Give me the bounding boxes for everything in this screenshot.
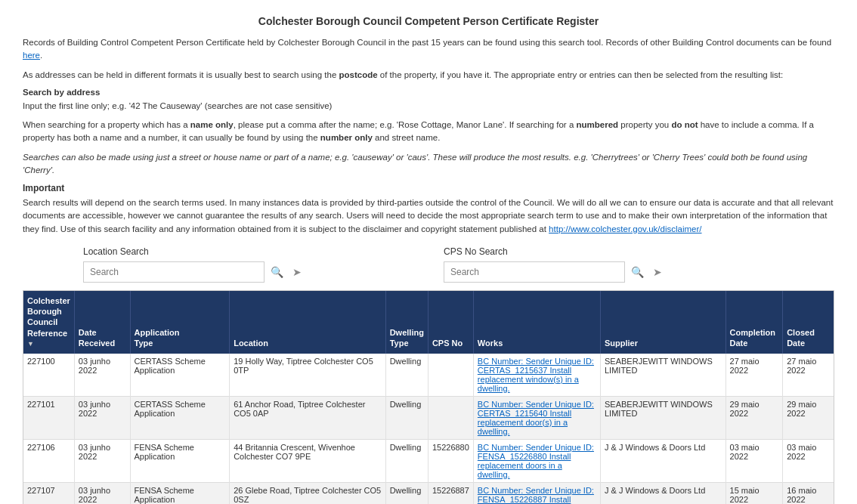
cell-closed: 27 maio 2022 [783,354,834,397]
table-wrapper: ColchesterBoroughCouncilReference ▼ Date… [23,290,834,504]
table-header-row: ColchesterBoroughCouncilReference ▼ Date… [23,291,834,354]
col-header-cps-no[interactable]: CPS No [428,291,473,354]
cell-cps-no: 15226887 [428,482,473,504]
cell-closed: 16 maio 2022 [783,482,834,504]
col-header-date[interactable]: DateReceived [74,291,130,354]
cell-date: 03 junho 2022 [74,482,130,504]
cell-cps-no [428,396,473,439]
table-row: 22710103 junho 2022CERTASS Scheme Applic… [23,396,834,439]
cell-date: 03 junho 2022 [74,396,130,439]
cell-supplier: J & J Windows & Doors Ltd [601,482,726,504]
cell-dwelling: Dwelling [385,439,428,482]
cell-completion: 15 maio 2022 [726,482,783,504]
cell-cps-no: 15226880 [428,439,473,482]
location-search-button[interactable]: 🔍 [268,264,286,280]
cell-ref: 227106 [23,439,74,482]
disclaimer-link[interactable]: http://www.colchester.gov.uk/disclaimer/ [549,224,701,233]
page-title: Colchester Borough Council Competent Per… [23,15,834,27]
table-body: 22710003 junho 2022CERTASS Scheme Applic… [23,354,834,504]
sort-arrow-reference: ▼ [27,340,70,349]
cell-completion: 27 maio 2022 [726,354,783,397]
search-area: Location Search 🔍 ➤ CPS No Search 🔍 ➤ [83,246,774,283]
table-row: 22710603 junho 2022FENSA Scheme Applicat… [23,439,834,482]
results-table: ColchesterBoroughCouncilReference ▼ Date… [23,291,834,504]
col-header-dwelling[interactable]: DwellingType [385,291,428,354]
cell-dwelling: Dwelling [385,482,428,504]
col-header-closed[interactable]: ClosedDate [783,291,834,354]
col-header-app-type[interactable]: ApplicationType [130,291,230,354]
intro-paragraph-3: Input the first line only; e.g. '42 The … [23,100,834,113]
cps-search-label: CPS No Search [444,246,774,257]
col-header-supplier[interactable]: Supplier [601,291,726,354]
cell-works[interactable]: BC Number: Sender Unique ID: FENSA_15226… [473,439,600,482]
intro-paragraph-4: When searching for a property which has … [23,119,834,145]
cps-search-arrow-button[interactable]: ➤ [650,264,665,280]
cell-app-type: FENSA Scheme Application [130,482,230,504]
cell-app-type: FENSA Scheme Application [130,439,230,482]
cell-closed: 29 maio 2022 [783,396,834,439]
col-header-location[interactable]: Location [230,291,386,354]
cell-location: 26 Glebe Road, Tiptree Colchester CO5 0S… [230,482,386,504]
cell-dwelling: Dwelling [385,396,428,439]
location-search-block: Location Search 🔍 ➤ [83,246,413,283]
cps-search-input[interactable] [444,261,625,283]
cps-search-button[interactable]: 🔍 [628,264,647,280]
cell-location: 61 Anchor Road, Tiptree Colchester CO5 0… [230,396,386,439]
cell-works[interactable]: BC Number: Sender Unique ID: CERTAS_1215… [473,396,600,439]
cell-location: 44 Britannia Crescent, Wivenhoe Colchest… [230,439,386,482]
col-header-reference[interactable]: ColchesterBoroughCouncilReference ▼ [23,291,74,354]
cell-supplier: SEABERJEWITT WINDOWS LIMITED [601,354,726,397]
results-table-container: ColchesterBoroughCouncilReference ▼ Date… [23,290,834,504]
location-search-input[interactable] [83,261,265,283]
important-text: Search results will depend on the search… [23,196,834,236]
col-header-completion[interactable]: CompletionDate [726,291,783,354]
cell-closed: 03 maio 2022 [783,439,834,482]
cell-date: 03 junho 2022 [74,439,130,482]
cell-supplier: SEABERJEWITT WINDOWS LIMITED [601,396,726,439]
cell-works[interactable]: BC Number: Sender Unique ID: CERTAS_1215… [473,354,600,397]
cell-location: 19 Holly Way, Tiptree Colchester CO5 0TP [230,354,386,397]
cell-date: 03 junho 2022 [74,354,130,397]
cell-ref: 227107 [23,482,74,504]
cell-cps-no [428,354,473,397]
cell-completion: 03 maio 2022 [726,439,783,482]
search-by-address-heading: Search by address [23,88,834,97]
cell-ref: 227101 [23,396,74,439]
intro-paragraph-1: Records of Building Control Competent Pe… [23,36,834,63]
cell-dwelling: Dwelling [385,354,428,397]
cps-search-block: CPS No Search 🔍 ➤ [444,246,774,283]
col-header-works[interactable]: Works [473,291,600,354]
cell-app-type: CERTASS Scheme Application [130,354,230,397]
intro-paragraph-5: Searches can also be made using just a s… [23,151,834,178]
cell-works[interactable]: BC Number: Sender Unique ID: FENSA_15226… [473,482,600,504]
cell-supplier: J & J Windows & Doors Ltd [601,439,726,482]
cell-completion: 29 maio 2022 [726,396,783,439]
table-row: 22710703 junho 2022FENSA Scheme Applicat… [23,482,834,504]
cell-ref: 227100 [23,354,74,397]
intro-paragraph-2: As addresses can be held in different fo… [23,69,834,82]
important-heading: Important [23,183,834,193]
here-link[interactable]: here [23,51,40,60]
cell-app-type: CERTASS Scheme Application [130,396,230,439]
location-search-arrow-button[interactable]: ➤ [289,264,305,280]
location-search-label: Location Search [83,246,413,257]
table-row: 22710003 junho 2022CERTASS Scheme Applic… [23,354,834,397]
